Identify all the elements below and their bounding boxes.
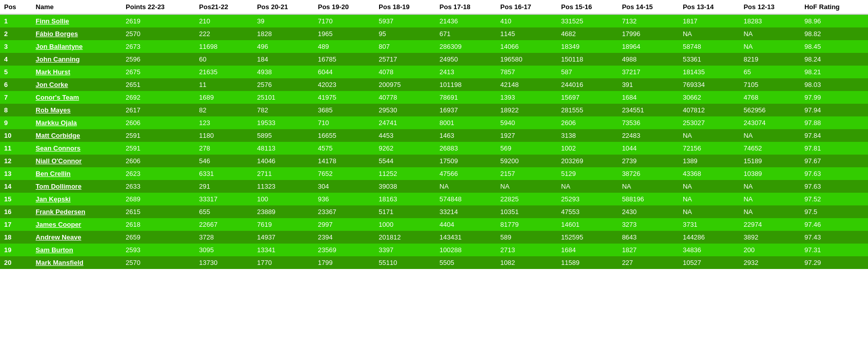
rankings-table: PosNamePoints 22-23Pos21-22Pos 20-21Pos …: [0, 0, 868, 269]
player-name-link[interactable]: Finn Sollie: [36, 17, 69, 25]
cell-p2021: 14046: [253, 155, 314, 167]
column-header-pos-15-16: Pos 15-16: [557, 0, 618, 14]
player-name[interactable]: Finn Sollie: [32, 14, 122, 27]
player-name-link[interactable]: Mark Hurst: [36, 68, 70, 76]
cell-p1617: 196580: [496, 53, 557, 66]
cell-p2122: 33317: [195, 193, 253, 205]
cell-p1415: 2430: [618, 205, 679, 218]
cell-p1213: 15189: [739, 155, 800, 167]
cell-p1819: 24741: [374, 116, 436, 129]
player-name-link[interactable]: Jon Corke: [36, 81, 68, 88]
cell-p1314: 144286: [679, 231, 740, 244]
cell-p1415: 2739: [618, 155, 679, 167]
player-name-link[interactable]: Ben Crellin: [36, 170, 71, 177]
table-row: 14Tom Dollimore26332911132330439038NANAN…: [0, 180, 868, 193]
cell-p2021: 100: [253, 193, 314, 205]
player-name[interactable]: Jan Kępski: [32, 193, 122, 205]
player-name[interactable]: Frank Pedersen: [32, 205, 122, 218]
player-name-link[interactable]: Markku Ojala: [36, 119, 77, 127]
cell-p1314: NA: [679, 193, 740, 205]
column-header-pos-14-15: Pos 14-15: [618, 0, 679, 14]
column-header-pos-12-13: Pos 12-13: [739, 0, 800, 14]
table-row: 1Finn Sollie2619210397170593721436410331…: [0, 14, 868, 27]
cell-p1415: 391: [618, 78, 679, 91]
cell-p2122: 22667: [195, 218, 253, 231]
cell-p1213: NA: [739, 40, 800, 53]
player-name-link[interactable]: Jan Kępski: [36, 195, 71, 203]
cell-p1213: 243074: [739, 116, 800, 129]
player-name[interactable]: Matt Corbidge: [32, 129, 122, 142]
cell-p1920: 16655: [314, 129, 375, 142]
cell-p2122: 11698: [195, 40, 253, 53]
player-name[interactable]: Jon Ballantyne: [32, 40, 122, 53]
column-header-pos: Pos: [0, 0, 32, 14]
player-name-link[interactable]: Frank Pedersen: [36, 208, 85, 216]
cell-p2021: 7619: [253, 218, 314, 231]
cell-p1314: NA: [679, 129, 740, 142]
player-name[interactable]: Conor's Team: [32, 91, 122, 104]
cell-p1213: 4768: [739, 91, 800, 104]
player-name[interactable]: Sean Connors: [32, 142, 122, 155]
cell-p2122: 1689: [195, 91, 253, 104]
player-name-link[interactable]: Fábio Borges: [36, 30, 78, 38]
cell-p2223: 2596: [122, 53, 195, 66]
player-name-link[interactable]: Jon Ballantyne: [36, 43, 82, 50]
player-name-link[interactable]: Rob Mayes: [36, 106, 71, 114]
player-name-link[interactable]: Sam Burton: [36, 246, 73, 254]
cell-p1617: 1145: [496, 27, 557, 40]
column-header-points-22-23: Points 22-23: [122, 0, 195, 14]
table-row: 17James Cooper26182266776192997100044048…: [0, 218, 868, 231]
player-name-link[interactable]: Sean Connors: [36, 144, 80, 152]
player-name-link[interactable]: Andrew Neave: [36, 233, 81, 241]
cell-hof: 97.63: [800, 180, 868, 193]
player-name[interactable]: Rob Mayes: [32, 104, 122, 116]
cell-p1213: 18283: [739, 14, 800, 27]
cell-p1415: 1044: [618, 142, 679, 155]
player-name-link[interactable]: James Cooper: [36, 221, 81, 228]
player-name[interactable]: Mark Hurst: [32, 66, 122, 78]
player-name-link[interactable]: Conor's Team: [36, 94, 79, 101]
cell-p1516: 150118: [557, 53, 618, 66]
cell-pos: 18: [0, 231, 32, 244]
cell-p2223: 2606: [122, 155, 195, 167]
cell-p1718: 286309: [436, 40, 497, 53]
cell-p1314: 43368: [679, 167, 740, 180]
player-name[interactable]: Mark Mansfield: [32, 256, 122, 269]
player-name[interactable]: Markku Ojala: [32, 116, 122, 129]
cell-p1819: 200975: [374, 78, 436, 91]
player-name[interactable]: Fábio Borges: [32, 27, 122, 40]
cell-p1819: 201812: [374, 231, 436, 244]
cell-p1213: 3892: [739, 231, 800, 244]
player-name-link[interactable]: Mark Mansfield: [36, 259, 83, 266]
player-name[interactable]: James Cooper: [32, 218, 122, 231]
cell-p1415: 4988: [618, 53, 679, 66]
player-name[interactable]: Andrew Neave: [32, 231, 122, 244]
cell-p1617: 1393: [496, 91, 557, 104]
cell-p1516: 281555: [557, 104, 618, 116]
player-name[interactable]: Tom Dollimore: [32, 180, 122, 193]
cell-p1718: 24950: [436, 53, 497, 66]
player-name[interactable]: Sam Burton: [32, 244, 122, 256]
cell-p1314: 407812: [679, 104, 740, 116]
player-name-link[interactable]: Tom Dollimore: [36, 183, 81, 190]
player-name-link[interactable]: John Canning: [36, 55, 80, 63]
cell-hof: 98.82: [800, 27, 868, 40]
cell-p1516: 152595: [557, 231, 618, 244]
table-row: 9Markku Ojala260612319533710247418001594…: [0, 116, 868, 129]
player-name[interactable]: John Canning: [32, 53, 122, 66]
cell-p2122: 3728: [195, 231, 253, 244]
cell-p1617: 22825: [496, 193, 557, 205]
cell-p1213: 562956: [739, 104, 800, 116]
player-name[interactable]: Jon Corke: [32, 78, 122, 91]
player-name[interactable]: Niall O'Connor: [32, 155, 122, 167]
table-row: 18Andrew Neave26593728149372394201812143…: [0, 231, 868, 244]
cell-pos: 1: [0, 14, 32, 27]
cell-p1213: NA: [739, 27, 800, 40]
player-name-link[interactable]: Matt Corbidge: [36, 132, 80, 139]
cell-hof: 97.5: [800, 205, 868, 218]
player-name[interactable]: Ben Crellin: [32, 167, 122, 180]
player-name-link[interactable]: Niall O'Connor: [36, 157, 81, 165]
cell-p1516: 11589: [557, 256, 618, 269]
cell-p2122: 291: [195, 180, 253, 193]
cell-p2122: 655: [195, 205, 253, 218]
